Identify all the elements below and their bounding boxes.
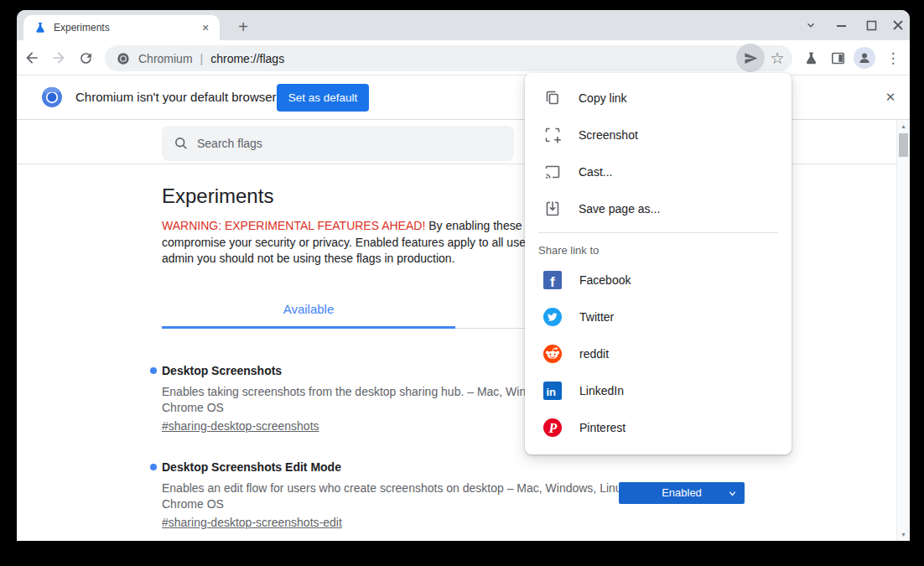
search-flags-input[interactable] (197, 137, 482, 150)
flag-description: Enables an edit flow for users who creat… (162, 480, 631, 513)
screenshot-icon (543, 126, 562, 144)
titlebar: Experiments ✕ + (17, 10, 910, 40)
tab-title: Experiments (54, 22, 198, 34)
tab-experiments[interactable]: Experiments ✕ (23, 15, 220, 40)
cast-icon (543, 163, 562, 181)
flag-name: Desktop Screenshots Edit Mode (162, 459, 761, 475)
browser-window: Experiments ✕ + Chromi (17, 10, 910, 541)
share-target-linkedin[interactable]: in LinkedIn (525, 372, 792, 409)
share-target-pinterest[interactable]: P Pinterest (525, 409, 792, 446)
tab-search-chevron-down-icon[interactable] (802, 13, 820, 37)
menu-item-copy-link[interactable]: Copy link (525, 80, 792, 117)
share-target-label: reddit (579, 347, 609, 361)
menu-item-label: Screenshot (579, 128, 638, 142)
new-tab-button[interactable]: + (231, 15, 255, 39)
scroll-down-icon[interactable]: ▼ (897, 528, 910, 541)
url-site-name: Chromium (138, 52, 193, 65)
reddit-icon (542, 344, 563, 364)
address-bar[interactable]: Chromium | chrome://flags ☆ (105, 45, 792, 71)
flag-permalink[interactable]: #sharing-desktop-screenshots-edit (162, 516, 342, 529)
share-send-icon[interactable] (736, 44, 765, 72)
three-dot-menu-icon[interactable]: ⋮ (883, 46, 903, 70)
back-icon[interactable] (20, 46, 44, 70)
toolbar: Chromium | chrome://flags ☆ ⋮ (17, 40, 910, 75)
flag-desktop-screenshots-edit-mode: Desktop Screenshots Edit Mode Enables an… (162, 459, 761, 530)
flag-permalink[interactable]: #sharing-desktop-screenshots (162, 419, 319, 433)
menu-item-cast[interactable]: Cast... (525, 153, 792, 190)
url-separator: | (200, 52, 204, 65)
menu-divider (538, 232, 778, 233)
minimize-icon[interactable] (832, 13, 850, 37)
scrollbar-thumb[interactable] (899, 133, 908, 157)
experiments-flask-icon[interactable] (799, 46, 823, 70)
share-target-label: Facebook (579, 273, 631, 287)
side-panel-icon[interactable] (826, 46, 849, 70)
svg-text:f: f (550, 274, 555, 290)
share-target-reddit[interactable]: reddit (525, 335, 792, 372)
tab-available-underline (162, 326, 455, 329)
chevron-down-icon (728, 489, 737, 498)
close-icon[interactable] (889, 13, 907, 37)
share-target-label: LinkedIn (579, 384, 624, 397)
save-page-icon (543, 200, 562, 218)
profile-avatar-icon[interactable] (851, 46, 878, 70)
linkedin-icon: in (542, 381, 563, 401)
search-box[interactable] (162, 126, 514, 161)
flag-state-dropdown[interactable]: Enabled (619, 482, 745, 504)
menu-item-label: Save page as... (579, 202, 660, 215)
share-target-facebook[interactable]: f Facebook (525, 262, 792, 299)
search-icon (174, 136, 189, 151)
pinterest-icon: P (542, 418, 563, 438)
menu-item-label: Copy link (579, 91, 627, 105)
share-target-label: Pinterest (579, 421, 626, 434)
flask-icon (34, 21, 47, 34)
svg-text:P: P (548, 421, 558, 435)
tab-close-icon[interactable]: ✕ (198, 20, 213, 35)
reload-icon[interactable] (74, 46, 97, 70)
flag-dot-icon (150, 464, 157, 470)
forward-icon[interactable] (47, 46, 70, 70)
infobar-close-icon[interactable]: ✕ (882, 89, 899, 106)
share-menu: Copy link Screenshot Cast... Save page a… (525, 73, 792, 454)
menu-item-save-page-as[interactable]: Save page as... (525, 190, 792, 227)
chromium-site-icon (117, 52, 130, 65)
scrollbar[interactable]: ▲ ▼ (896, 120, 910, 541)
svg-text:in: in (547, 386, 557, 398)
menu-item-screenshot[interactable]: Screenshot (525, 117, 792, 153)
tab-available[interactable]: Available (162, 293, 455, 329)
copy-icon (543, 89, 562, 107)
warning-emphasis: WARNING: EXPERIMENTAL FEATURES AHEAD! (162, 219, 425, 232)
scroll-up-icon[interactable]: ▲ (897, 120, 910, 132)
bookmark-star-icon[interactable]: ☆ (767, 48, 787, 68)
set-as-default-button[interactable]: Set as default (277, 84, 369, 112)
twitter-icon (542, 307, 563, 327)
flag-dot-icon (150, 367, 157, 374)
facebook-icon: f (542, 270, 563, 290)
infobar-message: Chromium isn't your default browser (75, 90, 277, 104)
url-path: chrome://flags (210, 52, 284, 65)
maximize-icon[interactable] (862, 13, 880, 37)
share-target-label: Twitter (579, 310, 614, 324)
share-target-twitter[interactable]: Twitter (525, 299, 792, 335)
share-link-to-header: Share link to (525, 238, 792, 262)
chromium-logo-icon (41, 86, 63, 108)
avatar (854, 47, 875, 69)
flag-state-value: Enabled (662, 486, 702, 499)
menu-item-label: Cast... (579, 165, 612, 179)
